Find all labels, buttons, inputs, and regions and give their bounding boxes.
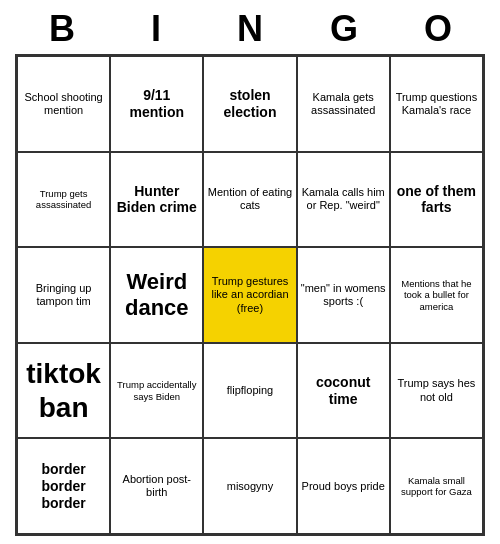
cell-r2c4[interactable]: Mentions that he took a bullet for ameri… [390, 247, 483, 343]
cell-r4c0[interactable]: border border border [17, 438, 110, 534]
title-n: N [206, 8, 294, 50]
cell-r4c3[interactable]: Proud boys pride [297, 438, 390, 534]
cell-r0c3[interactable]: Kamala gets assassinated [297, 56, 390, 152]
cell-r0c1[interactable]: 9/11 mention [110, 56, 203, 152]
bingo-grid: School shooting mention9/11 mentionstole… [15, 54, 485, 536]
title-b: B [18, 8, 106, 50]
cell-r3c3[interactable]: coconut time [297, 343, 390, 439]
cell-r2c0[interactable]: Bringing up tampon tim [17, 247, 110, 343]
cell-r1c3[interactable]: Kamala calls him or Rep. "weird" [297, 152, 390, 248]
cell-r1c4[interactable]: one of them farts [390, 152, 483, 248]
cell-r1c2[interactable]: Mention of eating cats [203, 152, 296, 248]
cell-r4c4[interactable]: Kamala small support for Gaza [390, 438, 483, 534]
cell-r3c0[interactable]: tiktok ban [17, 343, 110, 439]
cell-r2c1[interactable]: Weird dance [110, 247, 203, 343]
cell-r3c2[interactable]: flipfloping [203, 343, 296, 439]
cell-r0c0[interactable]: School shooting mention [17, 56, 110, 152]
cell-r3c1[interactable]: Trump accidentally says Biden [110, 343, 203, 439]
cell-r1c1[interactable]: Hunter Biden crime [110, 152, 203, 248]
cell-r1c0[interactable]: Trump gets assassinated [17, 152, 110, 248]
cell-r0c4[interactable]: Trump questions Kamala's race [390, 56, 483, 152]
bingo-title: B I N G O [15, 8, 485, 50]
title-g: G [300, 8, 388, 50]
cell-r4c2[interactable]: misogyny [203, 438, 296, 534]
cell-r3c4[interactable]: Trump says hes not old [390, 343, 483, 439]
cell-r4c1[interactable]: Abortion post-birth [110, 438, 203, 534]
title-i: I [112, 8, 200, 50]
cell-r2c3[interactable]: "men" in womens sports :( [297, 247, 390, 343]
title-o: O [394, 8, 482, 50]
cell-r2c2[interactable]: Trump gestures like an acordian (free) [203, 247, 296, 343]
cell-r0c2[interactable]: stolen election [203, 56, 296, 152]
